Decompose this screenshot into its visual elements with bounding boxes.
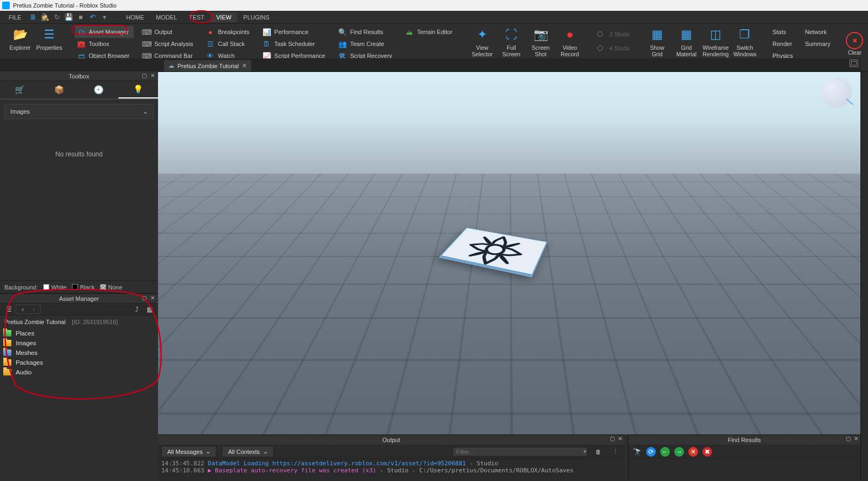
undo-icon[interactable]: ↶ xyxy=(88,13,97,22)
folder-packages[interactable]: Packages xyxy=(3,358,155,367)
studs-2[interactable]: 2 Studs xyxy=(595,28,637,40)
performance-button[interactable]: 📊Performance xyxy=(260,26,330,38)
full-screen-button[interactable]: ⛶Full Screen xyxy=(497,26,526,58)
refresh-icon[interactable]: ⟳ xyxy=(646,447,656,457)
maximize-icon[interactable] xyxy=(850,60,858,67)
back-icon[interactable]: ‹ xyxy=(17,305,28,314)
stats-render[interactable]: Render xyxy=(770,38,797,50)
wireframe-button[interactable]: ◫Wireframe Rendering xyxy=(701,26,730,58)
team-create-button[interactable]: 👥Team Create xyxy=(336,38,397,50)
chevron-down-icon[interactable]: ▾ xyxy=(583,448,587,455)
tab-model[interactable]: MODEL xyxy=(150,12,182,22)
screen-shot-button[interactable]: 📷Screen Shot xyxy=(526,26,555,58)
new-icon[interactable]: 🗎 xyxy=(29,13,37,22)
toolbox-tab-inventory[interactable]: 📦 xyxy=(40,81,79,98)
view-selector-button[interactable]: ✦View Selector xyxy=(468,26,497,58)
checkbox-icon xyxy=(72,284,78,290)
toolbox-tab-create[interactable]: 💡 xyxy=(119,81,158,98)
orientation-widget[interactable] xyxy=(821,77,852,108)
save-icon[interactable]: 💾 xyxy=(64,13,73,22)
close-icon[interactable]: ✕ xyxy=(618,436,622,442)
folder-places[interactable]: Places xyxy=(3,328,155,338)
stats-summary[interactable]: Summary xyxy=(803,38,834,50)
breakpoints-button[interactable]: ●Breakpoints xyxy=(204,26,254,38)
find-results-title: Find Results xyxy=(728,437,761,443)
tab-home[interactable]: HOME xyxy=(121,12,149,22)
terrain-editor-button[interactable]: ⛰Terrain Editor xyxy=(403,26,457,38)
bg-none[interactable]: None xyxy=(100,284,122,291)
viewport-3d[interactable] xyxy=(158,71,860,434)
bg-black[interactable]: Black xyxy=(72,284,95,291)
bg-white[interactable]: White xyxy=(43,284,67,291)
toolbox-icon: 🧰 xyxy=(77,39,86,48)
undock-icon[interactable]: ▢ xyxy=(610,436,615,442)
task-scheduler-button[interactable]: 🗓Task Scheduler xyxy=(260,38,330,50)
properties-button[interactable]: ☰ Properties xyxy=(35,26,64,52)
next-icon[interactable]: → xyxy=(674,447,684,457)
find-results-button[interactable]: 🔍Find Results xyxy=(336,26,397,38)
toolbox-category-dropdown[interactable]: Images ⌄ xyxy=(4,104,154,119)
output-filter-messages[interactable]: All Messages⌄ xyxy=(161,446,216,457)
output-log: 14:35:45.822 DataModel Loading https://a… xyxy=(158,459,624,481)
folder-audio[interactable]: Audio xyxy=(3,367,155,377)
dropdown-qat-icon[interactable]: ▾ xyxy=(100,13,109,22)
explorer-button[interactable]: 📂 Explorer xyxy=(5,26,35,52)
explorer-icon: 📂 xyxy=(12,27,28,42)
tab-view[interactable]: VIEW xyxy=(211,12,236,22)
more-icon[interactable]: ⋮ xyxy=(609,446,621,457)
show-grid-button[interactable]: ▦Show Grid xyxy=(642,26,672,58)
right-dock-strip[interactable] xyxy=(860,71,868,481)
toolbox-tab-shop[interactable]: 🛒 xyxy=(0,81,40,98)
undock-icon[interactable]: ▢ xyxy=(846,436,851,442)
video-record-button[interactable]: ●Video Record xyxy=(555,26,584,58)
menu-file[interactable]: FILE xyxy=(3,12,27,22)
close-icon[interactable]: ✕ xyxy=(149,294,156,301)
prev-icon[interactable]: ← xyxy=(660,447,670,457)
radio-icon xyxy=(597,31,603,37)
undock-icon[interactable]: ▢ xyxy=(141,72,147,78)
script-analysis-button[interactable]: ⌨Script Analysis xyxy=(140,38,198,50)
tab-plugins[interactable]: PLUGINS xyxy=(238,12,275,22)
grid-icon: ▦ xyxy=(649,27,665,42)
trash-icon[interactable]: 🗑 xyxy=(592,446,604,457)
binoculars-icon[interactable]: 🕵 xyxy=(41,13,49,22)
clear-icon[interactable]: ✕ xyxy=(688,447,698,457)
undock-icon[interactable]: ▢ xyxy=(141,294,147,301)
toolbox-header: Toolbox ▢✕ xyxy=(0,71,158,81)
forward-icon[interactable]: › xyxy=(28,305,39,314)
output-button[interactable]: ⌨Output xyxy=(140,26,198,38)
chevron-down-icon: ⌄ xyxy=(206,448,211,455)
folder-icon xyxy=(3,330,11,337)
grid-view-icon[interactable]: ▦ xyxy=(144,305,155,314)
asset-manager-button[interactable]: 🗂Asset Manager xyxy=(75,26,134,38)
hamburger-icon[interactable]: ☰ xyxy=(3,305,14,314)
find-results-icon: 🔍 xyxy=(338,28,347,36)
close-icon[interactable]: ✕ xyxy=(242,62,247,69)
menu-bar: FILE 🗎 🕵 ↻ 💾 ■ ↶ ▾ HOME MODEL TEST VIEW … xyxy=(0,11,868,24)
studs-4[interactable]: 4 Studs xyxy=(595,42,637,54)
close-icon[interactable]: ✕ xyxy=(854,436,858,442)
tab-test[interactable]: TEST xyxy=(183,12,209,22)
folder-meshes[interactable]: Meshes xyxy=(3,348,155,358)
document-tab[interactable]: ☁ Pretius Zombie Tutorial ✕ xyxy=(163,60,252,71)
grid-material-button[interactable]: ▦Grid Material xyxy=(672,26,701,58)
toolbox-tab-recent[interactable]: 🕘 xyxy=(79,81,119,98)
output-panel: Output ▢✕ All Messages⌄ All Contexts⌄ ▾ … xyxy=(158,434,624,481)
binoculars-icon[interactable]: 🔭 xyxy=(633,447,642,456)
stats-stats[interactable]: Stats xyxy=(770,26,797,38)
bg-label: Background: xyxy=(4,284,38,291)
redo-icon[interactable]: ↻ xyxy=(52,13,61,22)
stats-clear-button[interactable]: ✖ Clear xyxy=(840,26,868,62)
script-analysis-icon: ⌨ xyxy=(142,39,151,48)
close-icon[interactable]: ✕ xyxy=(149,72,156,78)
toolbox-button[interactable]: 🧰Toolbox xyxy=(75,38,134,50)
stats-network[interactable]: Network xyxy=(803,26,834,38)
output-filter-input[interactable] xyxy=(452,447,588,457)
switch-windows-button[interactable]: ❐Switch Windows xyxy=(730,26,759,58)
folder-images[interactable]: Images xyxy=(3,338,155,348)
upload-icon[interactable]: ⤴ xyxy=(131,305,142,314)
output-filter-contexts[interactable]: All Contexts⌄ xyxy=(222,446,274,457)
stop-icon[interactable]: ■ xyxy=(76,13,85,22)
call-stack-button[interactable]: ☲Call Stack xyxy=(204,38,254,50)
stop-icon[interactable]: ✖ xyxy=(702,447,712,457)
